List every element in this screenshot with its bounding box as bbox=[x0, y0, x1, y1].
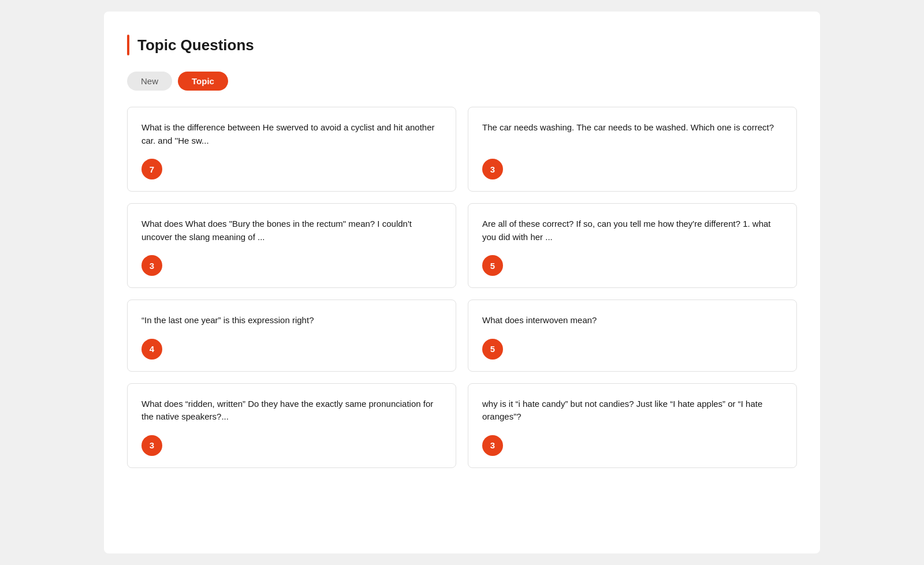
answer-count-badge: 3 bbox=[141, 255, 162, 276]
card-bottom: 3 bbox=[482, 435, 783, 456]
question-text: What is the difference between He swerve… bbox=[141, 121, 442, 147]
question-text: why is it “i hate candy” but not candies… bbox=[482, 398, 783, 424]
tab-new[interactable]: New bbox=[127, 72, 172, 91]
question-card[interactable]: “In the last one year” is this expressio… bbox=[127, 300, 456, 372]
question-text: The car needs washing. The car needs to … bbox=[482, 121, 783, 134]
page-title: Topic Questions bbox=[137, 36, 254, 54]
card-bottom: 3 bbox=[482, 159, 783, 179]
answer-count-badge: 5 bbox=[482, 339, 503, 360]
question-text: Are all of these correct? If so, can you… bbox=[482, 218, 783, 244]
card-bottom: 5 bbox=[482, 339, 783, 360]
answer-count-badge: 3 bbox=[482, 435, 503, 456]
card-bottom: 3 bbox=[141, 255, 442, 276]
tab-topic[interactable]: Topic bbox=[178, 72, 228, 91]
question-card[interactable]: why is it “i hate candy” but not candies… bbox=[468, 383, 797, 468]
header-accent bbox=[127, 35, 129, 55]
question-text: What does interwoven mean? bbox=[482, 314, 783, 327]
question-text: What does “ridden, written” Do they have… bbox=[141, 398, 442, 424]
page-header: Topic Questions bbox=[127, 35, 797, 55]
question-card[interactable]: What is the difference between He swerve… bbox=[127, 107, 456, 192]
answer-count-badge: 7 bbox=[141, 159, 162, 179]
main-container: Topic Questions New Topic What is the di… bbox=[104, 12, 820, 553]
card-bottom: 7 bbox=[141, 159, 442, 179]
card-bottom: 5 bbox=[482, 255, 783, 276]
card-bottom: 3 bbox=[141, 435, 442, 456]
question-text: What does What does "Bury the bones in t… bbox=[141, 218, 442, 244]
answer-count-badge: 5 bbox=[482, 255, 503, 276]
question-card[interactable]: What does interwoven mean?5 bbox=[468, 300, 797, 372]
answer-count-badge: 4 bbox=[141, 339, 162, 360]
answer-count-badge: 3 bbox=[482, 159, 503, 179]
answer-count-badge: 3 bbox=[141, 435, 162, 456]
question-card[interactable]: What does “ridden, written” Do they have… bbox=[127, 383, 456, 468]
question-card[interactable]: What does What does "Bury the bones in t… bbox=[127, 203, 456, 288]
card-bottom: 4 bbox=[141, 339, 442, 360]
questions-grid: What is the difference between He swerve… bbox=[127, 107, 797, 468]
filter-tabs: New Topic bbox=[127, 72, 797, 91]
question-text: “In the last one year” is this expressio… bbox=[141, 314, 442, 327]
question-card[interactable]: The car needs washing. The car needs to … bbox=[468, 107, 797, 192]
question-card[interactable]: Are all of these correct? If so, can you… bbox=[468, 203, 797, 288]
